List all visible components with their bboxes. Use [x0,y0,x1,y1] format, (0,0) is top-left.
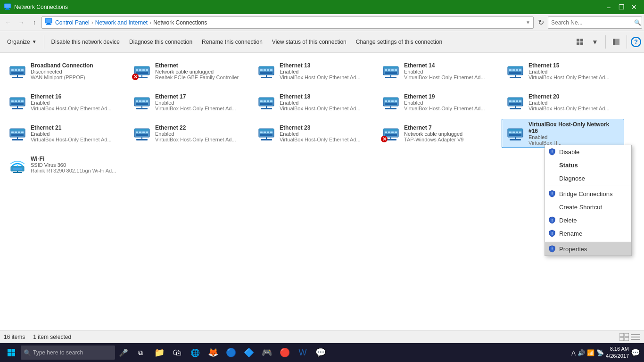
svg-rect-133 [385,132,387,133]
net-desc: WAN Miniport (PPPOE) [31,74,120,80]
ctx-delete[interactable]: ! Delete [545,214,631,227]
notifications-icon[interactable]: 💬 [631,348,640,357]
taskbar-app-chat[interactable]: 💬 [312,344,329,361]
crumb-control-panel[interactable]: Control Panel [55,19,90,26]
organize-button[interactable]: Organize ▼ [3,33,41,51]
svg-rect-81 [267,100,269,102]
toolbar-separator-1 [44,35,44,49]
svg-rect-163 [619,337,624,341]
network-item-8[interactable]: Ethernet 19 Enabled VirtualBox Host-Only… [377,88,500,117]
breadcrumb-dropdown[interactable]: ▼ [526,20,530,25]
network-item-9[interactable]: Ethernet 20 Enabled VirtualBox Host-Only… [502,88,624,117]
network-item-12[interactable]: Ethernet 23 Enabled VirtualBox Host-Only… [253,119,375,148]
network-item-5[interactable]: Ethernet 16 Enabled VirtualBox Host-Only… [4,88,126,117]
svg-rect-10 [613,39,615,45]
network-item-13[interactable]: ✕ Ethernet 7 Network cable unplugged TAP… [377,119,500,148]
view-list-icon[interactable] [619,333,629,341]
view-options-button[interactable] [573,35,586,49]
network-item-11[interactable]: Ethernet 22 Enabled VirtualBox Host-Only… [128,119,251,148]
network-item-7[interactable]: Ethernet 18 Enabled VirtualBox Host-Only… [253,88,375,117]
svg-text:!: ! [552,231,553,236]
taskbar-task-view[interactable]: ⧉ [132,344,149,361]
up-button[interactable]: ↑ [28,16,41,29]
svg-rect-150 [510,139,521,140]
chevron-up-icon[interactable]: ⋀ [571,350,576,356]
network-item-2[interactable]: Ethernet 13 Enabled VirtualBox Host-Only… [253,57,375,86]
search-input[interactable] [548,16,642,29]
net-icon-wrapper [506,94,525,111]
net-status: Enabled [528,134,620,140]
net-status: Enabled [528,100,620,106]
minimize-button[interactable]: – [603,2,615,12]
win-controls: – ❐ ✕ [603,2,640,12]
view-status-button[interactable]: View status of this connection [268,33,351,51]
taskbar-system-tray: ⋀ 🔊 📶 📡 8:16 AM 4/26/2017 💬 [571,346,642,360]
net-info: Ethernet 18 Enabled VirtualBox Host-Only… [280,93,371,111]
net-icon [381,94,400,111]
change-settings-button[interactable]: Change settings of this connection [352,33,446,51]
disable-button[interactable]: Disable this network device [47,33,124,51]
taskbar-app-explorer[interactable]: 📁 [151,344,168,361]
maximize-button[interactable]: ❐ [615,2,627,12]
net-desc: VirtualBox Host-Only Ethernet Ad... [31,137,120,142]
network-item-0[interactable]: Broadband Connection Disconnected WAN Mi… [4,57,126,86]
taskbar-search-input[interactable] [21,346,115,360]
taskbar-app-3d[interactable]: 🎮 [258,344,275,361]
net-name: Ethernet 21 [31,124,122,131]
svg-rect-60 [10,98,25,99]
crumb-network-internet[interactable]: Network and Internet [95,19,148,26]
taskbar-app-firefox[interactable]: 🦊 [205,344,222,361]
svg-rect-90 [391,100,394,102]
ctx-shield-icon: ! [548,229,556,238]
help-button[interactable]: ? [631,37,641,47]
system-time[interactable]: 8:16 AM 4/26/2017 [606,346,629,360]
network-item-6[interactable]: Ethernet 17 Enabled VirtualBox Host-Only… [128,88,251,117]
svg-text:✕: ✕ [133,74,138,80]
ctx-shortcut[interactable]: Create Shortcut [545,200,631,214]
taskbar-app-ie[interactable]: 🌐 [187,344,204,361]
ctx-rename[interactable]: ! Rename [545,227,631,240]
network-item-4[interactable]: Ethernet 15 Enabled VirtualBox Host-Only… [502,57,624,86]
rename-button[interactable]: Rename this connection [198,33,267,51]
svg-rect-114 [134,129,149,131]
diagnose-button[interactable]: Diagnose this connection [125,33,197,51]
ctx-shield-icon: ! [548,245,556,253]
search-submit-button[interactable]: 🔍 [634,19,641,26]
taskbar-app-chrome[interactable]: 🔵 [223,344,239,361]
network-item-1[interactable]: ✕ Ethernet Network cable unplugged Realt… [128,57,251,86]
taskbar-app-edge[interactable]: 🔷 [240,344,257,361]
close-button[interactable]: ✕ [628,2,640,12]
view-details-icon[interactable] [631,333,640,341]
ctx-separator-8 [545,241,631,241]
view-pane-button[interactable] [610,35,623,49]
net-icon [132,125,151,142]
network-item-14[interactable]: VirtualBox Host-Only Network #16 Enabled… [502,119,624,148]
view-dropdown-button[interactable]: ▼ [588,35,602,49]
net-icon [257,125,276,142]
network-item-15[interactable]: Wi-Fi SSID Virus 360 Ralink RT3290 802.1… [4,150,126,179]
svg-rect-135 [391,132,394,133]
title-text: Network Connections [14,4,603,10]
network-item-3[interactable]: Ethernet 14 Enabled VirtualBox Host-Only… [377,57,500,86]
volume-icon[interactable]: 📶 [587,349,594,356]
taskbar-app-word[interactable]: W [294,344,311,361]
ctx-diagnose[interactable]: Diagnose [545,172,631,185]
taskbar-app-opera[interactable]: 🔴 [276,344,293,361]
forward-button[interactable]: → [15,16,27,29]
svg-rect-44 [388,69,390,71]
refresh-button[interactable]: ↻ [535,16,547,29]
taskbar-app-store[interactable]: 🛍 [169,344,186,361]
network-tray-icon[interactable]: 🔊 [578,349,585,356]
taskbar-mic-icon[interactable]: 🎤 [115,344,132,361]
start-button[interactable] [2,343,21,362]
network-item-10[interactable]: Ethernet 21 Enabled VirtualBox Host-Only… [4,119,126,148]
ctx-properties[interactable]: ! Properties [545,242,631,255]
ctx-disable[interactable]: ! Disable [545,145,631,158]
ctx-bridge[interactable]: ! Bridge Connections [545,187,631,200]
ctx-status[interactable]: Status [545,158,631,172]
svg-rect-67 [12,108,23,109]
net-status: Enabled [31,131,122,137]
ctx-shield-icon: ! [548,216,556,224]
wifi-tray-icon[interactable]: 📡 [596,349,604,356]
back-button[interactable]: ← [2,16,14,29]
